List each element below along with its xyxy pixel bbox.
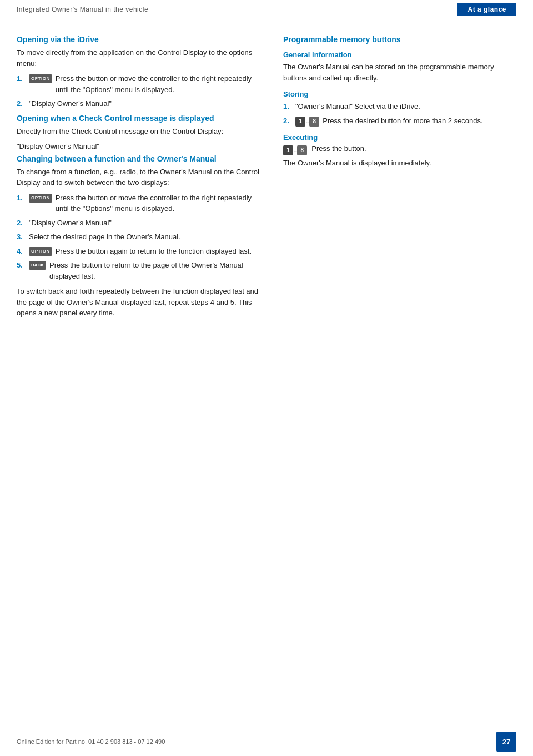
step-number: 4. (17, 246, 28, 257)
list-item: 2. 1 ... 8 Press the desired button for … (283, 115, 516, 127)
section-changing-function-body: To change from a function, e.g., radio, … (17, 167, 266, 188)
step-text: "Owner's Manual" Select via the iDrive. (295, 101, 420, 112)
step-number: 5. (17, 260, 28, 271)
exec-button-icon: 1 ... 8 (283, 145, 307, 155)
subsection-title-storing: Storing (283, 90, 516, 98)
step-content: "Display Owner's Manual" (29, 98, 266, 109)
step-number: 2. (17, 98, 28, 109)
storing-steps: 1. "Owner's Manual" Select via the iDriv… (283, 101, 516, 127)
subsection-title-general-info: General information (283, 51, 516, 59)
step-text: Press the button or move the controller … (56, 193, 266, 214)
step-text: Press the button again to return to the … (56, 246, 252, 257)
section-check-control: Opening when a Check Control message is … (17, 114, 266, 152)
executing-step2: The Owner's Manual is displayed immediat… (283, 159, 516, 167)
section-opening-idrive: Opening via the iDrive To move directly … (17, 35, 266, 109)
section-check-control-body: Directly from the Check Control message … (17, 126, 266, 137)
section-title-check-control: Opening when a Check Control message is … (17, 114, 266, 123)
section-opening-idrive-body: To move directly from the application on… (17, 47, 266, 69)
list-item: 2. "Display Owner's Manual" (17, 98, 266, 109)
step-content: "Owner's Manual" Select via the iDrive. (295, 101, 516, 112)
step-content: OPTION Press the button again to return … (29, 246, 266, 257)
step-number: 3. (17, 231, 28, 243)
list-item: 2. "Display Owner's Manual" (17, 218, 266, 229)
option-button-icon: OPTION (29, 247, 52, 256)
section-title-programmable-memory: Programmable memory buttons (283, 35, 516, 44)
footer-text: Online Edition for Part no. 01 40 2 903 … (17, 738, 165, 745)
page-header: Integrated Owner's Manual in the vehicle… (17, 0, 516, 18)
page-footer: Online Edition for Part no. 01 40 2 903 … (0, 727, 533, 756)
step-content: OPTION Press the button or move the cont… (29, 193, 266, 214)
executing-step1: 1 ... 8 Press the button. (283, 144, 516, 155)
list-item: 5. BACK Press the button to return to th… (17, 260, 266, 281)
exec-btn-1: 1 (283, 145, 293, 155)
main-content: Opening via the iDrive To move directly … (0, 18, 533, 334)
step-number: 2. (283, 115, 294, 127)
page-number: 27 (496, 732, 516, 752)
back-button-icon: BACK (29, 261, 46, 270)
section-programmable-memory: Programmable memory buttons General info… (283, 35, 516, 167)
step-content: BACK Press the button to return to the p… (29, 260, 266, 281)
step-content: Select the desired page in the Owner's M… (29, 231, 266, 243)
right-column: Programmable memory buttons General info… (283, 35, 516, 323)
step-number: 1. (17, 73, 28, 84)
section-title-changing-function: Changing between a function and the Owne… (17, 154, 266, 163)
step-text: Press the button to return to the page o… (49, 260, 266, 281)
step-number: 2. (17, 218, 28, 229)
mem-btn-dots: ... (306, 117, 309, 125)
subsection-general-info-body: The Owner's Manual can be stored on the … (283, 62, 516, 83)
exec-btn-8: 8 (297, 145, 307, 155)
mem-btn-1: 1 (295, 117, 305, 127)
left-column: Opening via the iDrive To move directly … (17, 35, 266, 323)
section-changing-function: Changing between a function and the Owne… (17, 154, 266, 319)
section-opening-idrive-steps: 1. OPTION Press the button or move the c… (17, 73, 266, 109)
section-changing-function-footer: To switch back and forth repeatedly betw… (17, 286, 266, 319)
list-item: 1. OPTION Press the button or move the c… (17, 193, 266, 214)
step-text: Select the desired page in the Owner's M… (29, 231, 180, 243)
mem-btn-8: 8 (309, 117, 319, 127)
step-number: 1. (283, 101, 294, 112)
section-check-control-quote: "Display Owner's Manual" (17, 141, 266, 152)
list-item: 3. Select the desired page in the Owner'… (17, 231, 266, 243)
list-item: 4. OPTION Press the button again to retu… (17, 246, 266, 257)
step-number: 1. (17, 193, 28, 204)
executing-text1: Press the button. (311, 144, 366, 153)
header-left-text: Integrated Owner's Manual in the vehicle (17, 6, 148, 13)
option-button-icon: OPTION (29, 194, 52, 203)
option-button-icon: OPTION (29, 74, 52, 83)
memory-button-icon: 1 ... 8 (295, 117, 319, 127)
subsection-title-executing: Executing (283, 133, 516, 142)
step-content: 1 ... 8 Press the desired button for mor… (295, 115, 516, 127)
step-text: Press the desired button for more than 2… (323, 115, 482, 127)
step-content: "Display Owner's Manual" (29, 218, 266, 229)
executing-text2: The Owner's Manual is displayed immediat… (283, 159, 431, 167)
step-text: "Display Owner's Manual" (29, 218, 112, 229)
step-content: OPTION Press the button or move the cont… (29, 73, 266, 95)
section-changing-function-steps: 1. OPTION Press the button or move the c… (17, 193, 266, 282)
step-text: Press the button or move the controller … (56, 73, 266, 95)
list-item: 1. OPTION Press the button or move the c… (17, 73, 266, 95)
exec-btn-dots: ... (294, 147, 296, 153)
step-text: "Display Owner's Manual" (29, 98, 112, 109)
list-item: 1. "Owner's Manual" Select via the iDriv… (283, 101, 516, 112)
section-title-opening-idrive: Opening via the iDrive (17, 35, 266, 44)
header-right-text: At a glance (457, 3, 516, 16)
